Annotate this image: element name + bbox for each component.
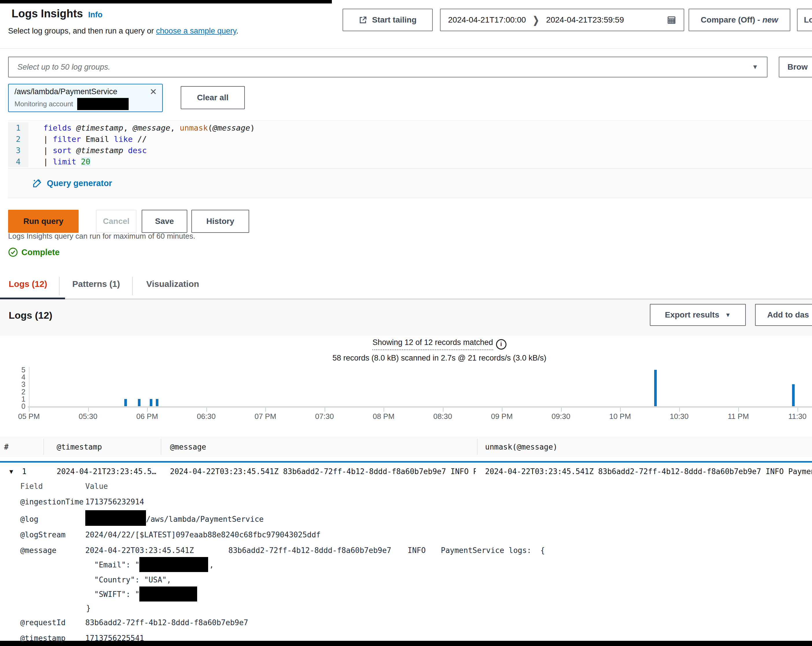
detail-value: 1713756232914 [85, 498, 144, 506]
json-country-line: "Country": "USA", [94, 576, 171, 584]
cancel-button: Cancel [96, 210, 136, 233]
save-button[interactable]: Save [142, 210, 187, 233]
x-tick-label: 11:30 [768, 412, 812, 421]
detail-label: @requestId [20, 618, 66, 627]
detail-label: @timestamp [20, 634, 66, 643]
message-text: PaymentService logs: { [441, 546, 545, 555]
x-tick-mark [738, 408, 739, 412]
date-end: 2024-04-21T23:59:59 [546, 15, 624, 24]
row-timestamp-cell[interactable]: 2024-04-21T23:23:45.5… [56, 466, 160, 477]
x-tick-label: 10 PM [591, 412, 650, 421]
detail-value: 83b6add2-72ff-4b12-8ddd-f8a60b7eb9e7 [85, 618, 248, 627]
clear-all-button[interactable]: Clear all [181, 86, 245, 109]
x-tick-label: 05:30 [59, 412, 118, 421]
browse-log-groups-button[interactable]: Brow [779, 56, 812, 78]
tab-divider [132, 277, 133, 295]
redacted-email [139, 557, 208, 572]
x-tick-label: 07 PM [236, 412, 295, 421]
info-link[interactable]: Info [88, 11, 102, 19]
sample-query-link[interactable]: choose a sample query [156, 27, 236, 35]
page-title: Logs Insights [12, 8, 83, 20]
x-tick-mark [147, 408, 148, 412]
chevron-down-icon: ▼ [752, 63, 758, 71]
history-button[interactable]: History [191, 210, 249, 233]
x-tick-label: 09 PM [472, 412, 531, 421]
json-email-comma: , [209, 561, 214, 569]
column-divider [43, 439, 44, 455]
x-tick-mark [620, 408, 621, 412]
histogram-bar[interactable] [792, 384, 795, 406]
row-message-cell[interactable]: 2024-04-22T03:23:45.541Z 83b6add2-72ff-4… [170, 466, 476, 477]
query-generator-link[interactable]: Query generator [47, 178, 112, 188]
query-editor-line[interactable]: 2| filter Email like // [8, 134, 812, 145]
detail-label: @message [20, 546, 56, 555]
query-editor[interactable]: 1fields @timestamp, @message, unmask(@me… [8, 120, 812, 168]
histogram-bar[interactable] [124, 399, 127, 406]
detail-label: @log [20, 515, 38, 524]
check-circle-icon [8, 247, 18, 257]
x-tick-mark [206, 408, 207, 412]
x-tick-label: 08:30 [414, 412, 472, 421]
row-expander-icon[interactable]: ▼ [8, 467, 14, 477]
redacted-browser-strip [0, 0, 332, 3]
y-tick-label: 3 [11, 380, 26, 389]
histogram-bar[interactable] [138, 399, 140, 406]
log-group-name: /aws/lambda/PaymentService [14, 87, 118, 96]
tab-logs[interactable]: Logs (12) [9, 279, 47, 289]
date-range-picker[interactable]: 2024-04-21T17:00:00 ❯ 2024-04-21T23:59:5… [440, 9, 684, 31]
start-tailing-button[interactable]: Start tailing [343, 9, 433, 31]
y-tick-label: 2 [11, 388, 26, 396]
x-tick-mark [561, 408, 562, 412]
add-to-dashboard-button[interactable]: Add to das [755, 304, 812, 326]
tab-patterns[interactable]: Patterns (1) [72, 279, 120, 289]
col-header-unmask[interactable]: unmask(@message) [485, 443, 557, 451]
remove-log-group-icon[interactable]: ✕ [150, 88, 157, 96]
x-tick-label: 09:30 [531, 412, 591, 421]
local-timezone-button[interactable]: Lo [797, 9, 812, 31]
x-tick-mark [384, 408, 384, 412]
calendar-icon[interactable] [667, 15, 676, 24]
col-header-timestamp[interactable]: @timestamp [56, 443, 102, 451]
histogram-bar[interactable] [150, 399, 152, 406]
line-number: 4 [8, 156, 28, 167]
histogram-bar[interactable] [654, 370, 657, 406]
query-status: Complete [8, 247, 60, 257]
subtitle-text: Select log groups, and then run a query … [8, 27, 156, 35]
redacted-account-id [77, 98, 129, 110]
col-header-num[interactable]: # [4, 443, 9, 451]
histogram-bar[interactable] [156, 399, 159, 406]
compare-button[interactable]: Compare (Off) - new [688, 9, 790, 31]
export-results-button[interactable]: Export results ▼ [650, 304, 746, 326]
results-table-header [0, 437, 812, 457]
selected-log-group-chip[interactable]: /aws/lambda/PaymentService ✕ Monitoring … [8, 84, 163, 112]
row-unmask-cell[interactable]: 2024-04-22T03:23:45.541Z 83b6add2-72ff-4… [485, 466, 812, 477]
detail-label: @ingestionTime [20, 498, 84, 506]
detail-value-header: Value [85, 482, 108, 491]
redacted-swift [139, 587, 197, 602]
records-histogram: 01234505 PM05:3006 PM06:3007 PM07:3008 P… [0, 367, 812, 425]
x-tick-mark [443, 408, 443, 412]
json-swift-key: "SWIFT": " [94, 590, 140, 599]
x-tick-mark [88, 408, 89, 412]
records-matched-line: Showing 12 of 12 records matchedi [67, 338, 812, 350]
subtitle: Select log groups, and then run a query … [8, 27, 238, 35]
message-request-id: 83b6add2-72ff-4b12-8ddd-f8a60b7eb9e7 [228, 546, 391, 555]
y-tick-label: 1 [11, 395, 26, 403]
tab-visualization[interactable]: Visualization [146, 279, 199, 289]
query-code: | limit 20 [28, 157, 90, 166]
run-query-button[interactable]: Run query [8, 210, 79, 233]
query-editor-line[interactable]: 4| limit 20 [8, 156, 812, 167]
query-editor-line[interactable]: 3| sort @timestamp desc [8, 145, 812, 156]
row-number: 1 [22, 466, 45, 477]
col-header-message[interactable]: @message [170, 443, 206, 451]
detail-label: @logStream [20, 530, 66, 539]
status-text: Complete [21, 248, 60, 257]
tab-divider [59, 277, 60, 295]
selected-row-top-border [0, 461, 812, 463]
query-editor-line[interactable]: 1fields @timestamp, @message, unmask(@me… [8, 122, 812, 134]
query-code: fields @timestamp, @message, unmask(@mes… [28, 123, 255, 132]
info-icon[interactable]: i [496, 339, 507, 350]
log-group-select[interactable]: Select up to 50 log groups. ▼ [8, 56, 768, 78]
line-number: 2 [8, 134, 28, 145]
monitoring-account-label: Monitoring account [14, 100, 73, 108]
